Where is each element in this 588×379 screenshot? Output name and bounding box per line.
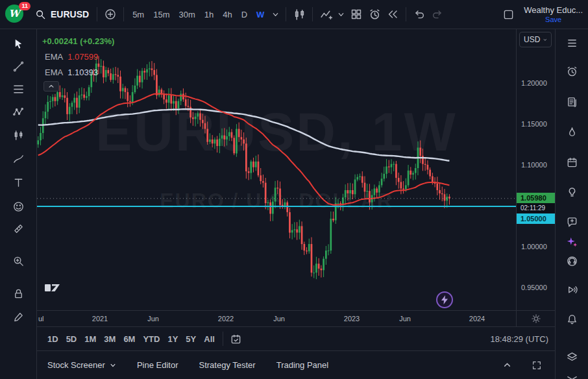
indicator-templates-button[interactable] [335,5,347,23]
layout-square-icon[interactable] [499,5,517,23]
headset-icon [566,255,578,267]
symbol-search-button[interactable]: EURUSD [31,5,93,23]
support-button[interactable] [560,250,583,272]
edit-tool-button[interactable] [6,306,30,327]
lock-drawings-button[interactable] [6,283,30,304]
range-ytd[interactable]: YTD [139,332,164,346]
range-1d[interactable]: 1D [43,332,62,346]
range-5d[interactable]: 5D [62,332,81,346]
right-sidebar [555,29,588,379]
news-pages-icon [566,96,578,108]
tab-label: Pine Editor [137,360,178,370]
cursor-tool-button[interactable] [6,33,30,54]
symbol-name: EURUSD [51,9,89,19]
range-6m[interactable]: 6M [119,332,139,346]
ideas-button[interactable] [560,181,583,203]
timeframe-5m[interactable]: 5m [128,5,149,23]
go-to-date-button[interactable] [227,330,245,348]
trendline-tool-button[interactable] [6,56,30,77]
tab-stock-screener[interactable]: Stock Screener [37,351,127,379]
tab-strategy-tester[interactable]: Strategy Tester [188,351,265,379]
trading-app-window: W 11 EURUSD 5m15m30m1h4hDW [0,0,588,379]
broker-logo[interactable]: W 11 [5,5,26,24]
lock-icon [12,287,25,300]
measure-tool-button[interactable] [6,218,30,239]
news-button[interactable] [560,91,583,113]
timeframe-4h[interactable]: 4h [218,5,236,23]
price-scale[interactable]: USD 1.200001.150001.100001.000000.95000 … [516,29,555,310]
alert-clock-icon [369,8,381,21]
brush-tool-button[interactable] [6,149,30,169]
chart-pane[interactable]: EURUSD, 1W EURO / U.S. DOLLAR +0.00241 (… [37,29,516,310]
zoom-tool-button[interactable] [6,251,30,271]
range-1m[interactable]: 1M [80,332,100,346]
forecast-tool-button[interactable] [6,125,30,145]
timeframe-dropdown-button[interactable] [269,5,282,23]
tradingview-logo[interactable] [45,282,64,295]
alerts-button[interactable] [560,60,583,82]
timeframe-30m[interactable]: 30m [174,5,199,23]
more-panels-button[interactable] [560,368,583,379]
layout-grid-button[interactable] [347,5,365,23]
chevron-down-icon [337,11,345,18]
timeframe-row: 5m15m30m1h4hDW [128,5,269,23]
time-axis[interactable]: ul2021Jun2022Jun2023Jun2024 [37,310,516,326]
tab-trading-panel[interactable]: Trading Panel [266,351,339,379]
range-all[interactable]: All [200,332,219,346]
indicators-button[interactable] [317,5,335,23]
notifications-button[interactable] [560,308,583,330]
chat-button[interactable] [560,211,583,233]
price-tick-label: 0.95000 [521,284,547,291]
timeframe-1h[interactable]: 1h [200,5,218,23]
streams-button[interactable] [560,278,583,300]
undo-button[interactable] [410,5,428,23]
fib-tool-button[interactable] [6,79,30,99]
layout-name-block[interactable]: Wealthy Educ... Save [524,5,583,23]
layout-controls: Wealthy Educ... Save [499,5,583,23]
timeframe-w[interactable]: W [252,5,269,23]
save-layout-link[interactable]: Save [524,16,583,23]
ai-assistant-button[interactable] [560,233,583,250]
price-tick-label: 1.20000 [521,79,547,87]
compare-add-symbol-button[interactable] [101,5,119,23]
time-tick-label: 2022 [218,315,234,323]
flame-icon [566,126,578,138]
range-5y[interactable]: 5Y [182,332,200,346]
currency-selector[interactable]: USD [519,32,552,47]
chart-type-button[interactable] [290,5,308,23]
candlestick-chart[interactable] [37,29,516,310]
chevron-up-icon [503,361,511,369]
panel-maximize-button[interactable] [528,356,546,374]
range-1y[interactable]: 1Y [164,332,182,346]
pattern-tool-button[interactable] [6,101,30,122]
ema-fast-legend-row[interactable]: EMA 1.07599 [45,53,98,61]
redo-button[interactable] [428,5,447,23]
chevron-down-icon [543,37,547,43]
bell-icon [566,313,578,326]
price-tick-label: 1.10000 [521,161,547,169]
session-clock[interactable]: 18:48:29 (UTC) [490,334,548,344]
hotlists-button[interactable] [560,121,583,143]
price-change-readout: +0.00241 (+0.23%) [42,37,114,45]
quick-action-button[interactable] [436,291,453,308]
timeframe-d[interactable]: D [237,5,252,23]
calendar-button[interactable] [560,151,583,173]
axis-settings-corner[interactable] [516,310,555,326]
range-3m[interactable]: 3M [100,332,119,346]
ema-slow-legend-row[interactable]: EMA 1.10393 [45,68,98,77]
object-tree-sidebar-button[interactable] [560,346,583,368]
emoji-tool-button[interactable] [6,196,30,217]
pencil-icon [12,311,25,323]
text-tool-button[interactable] [6,172,30,193]
watchlist-icon [566,37,578,49]
panel-collapse-button[interactable] [498,356,516,374]
tab-pine-editor[interactable]: Pine Editor [127,351,189,379]
ema-slow-value: 1.10393 [67,68,98,77]
legend-collapse-button[interactable] [43,81,59,92]
square-layout-icon [503,9,514,20]
layout-name[interactable]: Wealthy Educ... [524,5,583,15]
create-alert-button[interactable] [365,5,384,23]
timeframe-15m[interactable]: 15m [149,5,174,23]
watchlist-button[interactable] [560,32,583,54]
bar-replay-button[interactable] [384,5,402,23]
